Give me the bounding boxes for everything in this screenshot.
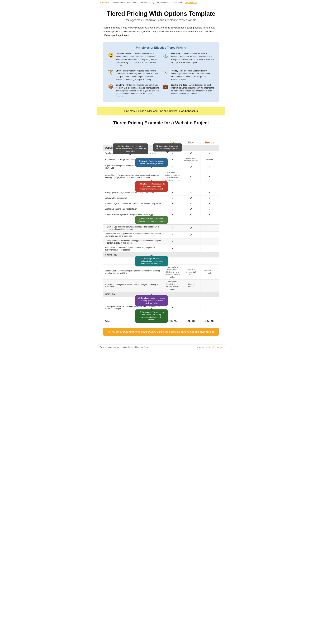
gold-cell: With additional adjustments for an extra…	[163, 170, 182, 183]
silver-cell: Adapted and based on template	[182, 156, 200, 163]
experiment-tooltip: 🔬 Experiment: Try odd prices and conside…	[136, 310, 168, 323]
banner-text: Actionable Advice, Guides, Tools and Res…	[111, 2, 184, 4]
helpfulness-tooltip: ❗ Helpfulness: Don't assume the client u…	[136, 181, 168, 192]
table-row: 💎 Benefit: Emphasize features that are v…	[103, 163, 219, 164]
bronze-cell: ✔	[200, 164, 219, 170]
bronze-column-header: Bronze	[200, 140, 219, 145]
page-title: Tiered Pricing With Options Template	[103, 10, 219, 18]
gold-cell: Technical and keyword audit SEO advice a…	[163, 264, 182, 279]
silver-cell: ✔	[182, 195, 200, 201]
benefits-text: Benefits and Jobs – Avoid describing so …	[171, 84, 214, 95]
table-row: ✨ Bundling: Include your unique marketin…	[103, 297, 219, 304]
feature-cell: Contact us page to easily get in touch	[103, 206, 164, 212]
silver-cell: ✔	[182, 224, 200, 231]
bottom-cta-text: You can download this tiered pricing exa…	[111, 330, 198, 333]
feature-cell: Analytics and tracking of visitors to de…	[103, 231, 164, 238]
tooltip-row: 💎 Benefit: Emphasize features that are v…	[103, 163, 219, 164]
bronze-cell: Template	[200, 156, 219, 163]
bronze-cell	[200, 245, 219, 252]
bundling-tooltip-1: 🎁 Bundling: You can add modifiers to tha…	[136, 256, 168, 266]
silver-cell: ✔	[182, 212, 200, 217]
gold-cell: ✔	[163, 195, 182, 201]
principle-benefits: 💼 Benefits and Jobs – Avoid describing s…	[162, 84, 214, 98]
tooltip-row: 🎁 Bundling: You can add modifiers to tha…	[103, 257, 219, 264]
principle-decision-fatigue: 😮 Decision Fatigue – The idea that we ha…	[108, 52, 160, 67]
bottom-cta: ⭐ You can download this tiered pricing e…	[103, 328, 219, 336]
bottom-cta-link[interactable]: blog.bondsai.io	[198, 330, 214, 333]
principles-title: Principles of Effective Tiered Pricing	[108, 46, 214, 50]
bondsai-logo: ⚡ bondsai	[99, 1, 109, 4]
gold-cell: ✔	[163, 201, 182, 206]
bronze-price: € 5,290	[200, 318, 219, 324]
pricing-title: Tiered Pricing Example for a Website Pro…	[103, 120, 219, 126]
bronze-cell: ✔	[200, 195, 219, 201]
bronze-cell	[200, 231, 219, 238]
silver-cell: ✔	[182, 164, 200, 170]
bronze-cell: ✔	[200, 170, 219, 183]
tooltip-row: 💰 Benefit: Explain the business value, b…	[103, 217, 219, 224]
benefits-icon: 💼	[162, 84, 169, 89]
gold-cell: ✔	[163, 224, 182, 231]
bronze-cell	[200, 238, 219, 245]
table-row: Blog readers can subscribe to blog posts…	[103, 238, 219, 245]
decision-fatigue-icon: 😮	[108, 53, 114, 58]
main-content: Tiered Pricing With Options Template for…	[96, 5, 226, 344]
effort-tooltip: 💪 Effort: Make the options feel "meaty" …	[113, 144, 148, 154]
anchoring-tooltip: ⬇️ Anchoring: Always start with the most…	[153, 144, 182, 152]
star-icon: ⭐	[108, 330, 111, 333]
feature-cell: Gallery with previous work	[103, 195, 164, 201]
bronze-cell: ✔	[200, 212, 219, 217]
table-row: 🔬 Experiment: Try odd prices and conside…	[103, 311, 219, 318]
intro-text: Tiered pricing is a way to bundle featur…	[103, 26, 219, 37]
anchoring-text: Anchoring – The first example we see wil…	[171, 52, 214, 64]
silver-cell: 1 blog post included	[182, 279, 200, 292]
table-row: 💰 Benefit: Explain the business value, b…	[103, 217, 219, 224]
silver-cell: ✔	[182, 150, 200, 156]
bundling-tooltip-2: ✨ Bundling: Include your unique marketin…	[136, 295, 168, 306]
benefit-tooltip-1: 💎 Benefit: Emphasize features that are v…	[136, 158, 168, 167]
bundling-text: Bundling – By bundling features, you can…	[116, 84, 160, 98]
tooltip-row: ✨ Bundling: Include your unique marketin…	[103, 297, 219, 304]
silver-price: €9,880	[182, 318, 200, 324]
silver-cell: ✔	[182, 206, 200, 212]
bronze-cell	[200, 279, 219, 292]
principles-box: Principles of Effective Tiered Pricing 😮…	[103, 42, 219, 102]
yellow-cta-link[interactable]: blog.bondsai.io	[179, 110, 198, 112]
silver-cell: ✔	[182, 190, 200, 195]
pricing-table-container: 💪 Effort: Make the options feel "meaty" …	[103, 140, 219, 324]
table-row: Easy to use blogging tool with video sup…	[103, 224, 219, 231]
table-row: A starter kit of blog content to kicksta…	[103, 279, 219, 292]
silver-column-header: Silver	[182, 140, 200, 145]
principle-fluency: 🤸 Fluency – The smoother and more fluent…	[162, 70, 214, 81]
bronze-cell	[200, 224, 219, 231]
silver-cell	[182, 245, 200, 252]
bronze-cell: ✔	[200, 190, 219, 195]
banner-link[interactable]: blog.bondsai.io	[185, 2, 197, 4]
principle-anchoring: ⚓ Anchoring – The first example we see w…	[162, 52, 214, 67]
effort-icon: 🏋️	[108, 70, 114, 75]
top-banner: ⚡ bondsai Actionable Advice, Guides, Too…	[96, 0, 226, 5]
table-row: Gallery with previous work ✔ ✔ ✔	[103, 195, 219, 201]
bronze-cell: Technical SEO audit	[200, 264, 219, 279]
table-row: 🎁 Bundling: You can add modifiers to tha…	[103, 257, 219, 264]
bronze-cell: ✔	[200, 206, 219, 212]
gold-cell: 3 blog posts included, written for your …	[163, 279, 182, 292]
table-row: Instant SMS-enabled contact form that le…	[103, 245, 219, 252]
feature-cell: Instant SMS-enabled contact form that le…	[103, 245, 164, 252]
benefit-tooltip-2: 💰 Benefit: Explain the business value, b…	[136, 216, 168, 224]
principle-bundling: 📦 Bundling – By bundling features, you c…	[108, 84, 160, 98]
table-row: Search Engine Optimization (SEO) to incr…	[103, 264, 219, 279]
tooltip-row: ❗ Helpfulness: Don't assume the client u…	[103, 182, 219, 190]
table-row: ❗ Helpfulness: Don't assume the client u…	[103, 182, 219, 190]
silver-cell: Technical and keyword SEO audit	[182, 264, 200, 279]
tooltip-row: 🔬 Experiment: Try odd prices and conside…	[103, 311, 219, 318]
gold-cell: ✔	[163, 231, 182, 238]
decision-fatigue-text: Decision Fatigue – The idea that we have…	[116, 52, 160, 67]
principle-effort: 🏋️ Effort – Items that have required mor…	[108, 70, 160, 81]
silver-cell	[182, 238, 200, 245]
anchoring-icon: ⚓	[162, 53, 169, 58]
yellow-cta: Find More Pricing Advice and Tips on Our…	[96, 107, 226, 116]
footer-text: Grow stronger customer relationships for…	[100, 346, 151, 348]
feature-cell: About us page to communicate brand value…	[103, 201, 164, 206]
silver-cell: ✔	[182, 170, 200, 183]
